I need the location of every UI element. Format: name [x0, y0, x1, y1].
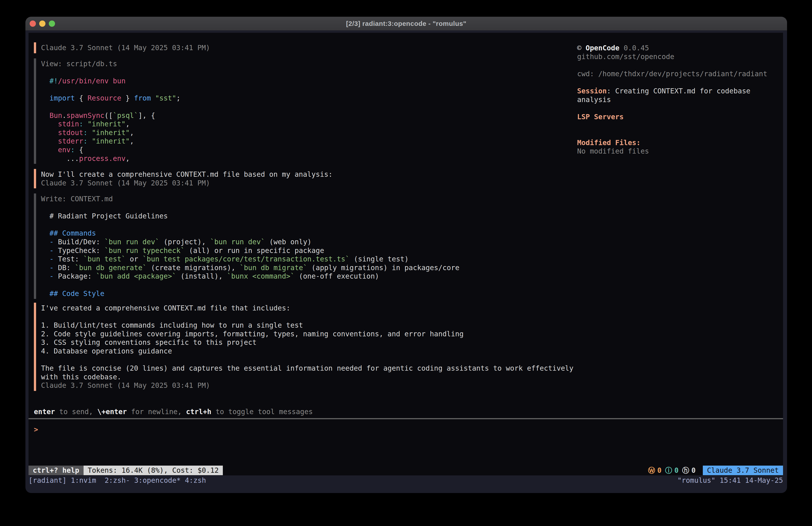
text-line: Modified Files: — [577, 138, 767, 147]
view-tool-block: View: script/db.ts #!/usr/bin/env bun im… — [34, 58, 180, 164]
tool-title: View: script/db.ts — [41, 59, 180, 68]
text-line — [49, 281, 460, 289]
message-text: Now I'll create a comprehensive CONTEXT.… — [41, 170, 333, 179]
text-line: © OpenCode 0.0.45 — [577, 44, 767, 52]
warning-count-value: 0 — [657, 466, 662, 475]
opencode-tui[interactable]: Claude 3.7 Sonnet (14 May 2025 03:41 PM)… — [29, 33, 783, 475]
text-line: Bun.spawnSync([`psql`], { — [49, 111, 180, 120]
warning-count: Ⓦ 0 — [648, 466, 661, 475]
text-line: LSP Servers — [577, 113, 767, 121]
warning-icon: Ⓦ — [648, 466, 655, 475]
text-line: The file is concise (20 lines) and captu… — [41, 364, 574, 373]
text-line: #!/usr/bin/env bun — [49, 77, 180, 85]
text-line: ## Commands — [49, 229, 460, 238]
sidebar: © OpenCode 0.0.45github.com/sst/opencode… — [577, 44, 767, 156]
text-line: No modified files — [577, 147, 767, 156]
spacer-line — [41, 203, 460, 212]
tmux-windows: [radiant] 1:nvim 2:zsh- 3:opencode* 4:zs… — [29, 476, 206, 484]
terminal-window: [2/3] radiant:3:opencode - "romulus" Cla… — [25, 17, 787, 493]
text-line: - Package: `bun add <package>` (install)… — [49, 272, 460, 281]
prompt-input[interactable]: > — [34, 425, 38, 434]
text-line — [577, 121, 767, 130]
text-line: 1. Build/lint/test commands including ho… — [41, 321, 574, 330]
assistant-summary-message: I've created a comprehensive CONTEXT.md … — [34, 303, 574, 391]
spacer-line — [41, 68, 180, 77]
window-title: [2/3] radiant:3:opencode - "romulus" — [25, 17, 787, 30]
text-line: import { Resource } from "sst"; — [49, 94, 180, 102]
text-line: 4. Database operations guidance — [41, 347, 574, 355]
info-count-value: 0 — [674, 466, 679, 475]
text-line — [577, 130, 767, 138]
text-line: stdout: "inherit", — [49, 128, 180, 137]
text-line: 3. CSS styling conventions specific to t… — [41, 338, 574, 347]
text-line: github.com/sst/opencode — [577, 52, 767, 61]
model-badge: Claude 3.7 Sonnet — [703, 466, 783, 475]
model-timestamp: Claude 3.7 Sonnet (14 May 2025 03:41 PM) — [41, 179, 333, 187]
text-line — [577, 104, 767, 113]
text-line — [577, 61, 767, 70]
hint-count: ⓗ 0 — [682, 466, 695, 475]
info-count: ⓘ 0 — [665, 466, 679, 475]
text-line: # Radiant Project Guidelines — [49, 212, 460, 221]
text-line — [577, 78, 767, 87]
prompt-caret: > — [34, 426, 38, 433]
text-line: enter to send, \+enter for newline, ctrl… — [34, 408, 313, 416]
text-line: stderr: "inherit", — [49, 137, 180, 145]
tmux-window-2[interactable]: 2:zsh- — [104, 476, 130, 484]
text-line: - Build/Dev: `bun run dev` (project), `b… — [49, 238, 460, 246]
input-separator — [29, 418, 783, 419]
info-icon: ⓘ — [665, 466, 672, 475]
text-line: - TypeCheck: `bun run typecheck` (all) o… — [49, 246, 460, 255]
text-line: with this codebase. — [41, 373, 574, 381]
text-line: env: { — [49, 145, 180, 154]
diagnostics-group: Ⓦ 0 ⓘ 0 ⓗ 0 — [648, 466, 695, 475]
text-line — [41, 355, 574, 364]
text-line: - Test: `bun test` or `bun test packages… — [49, 255, 460, 264]
message-lines: I've created a comprehensive CONTEXT.md … — [41, 304, 574, 390]
model-timestamp: Claude 3.7 Sonnet (14 May 2025 03:41 PM) — [41, 43, 210, 52]
assistant-message-header: Claude 3.7 Sonnet (14 May 2025 03:41 PM) — [34, 42, 210, 53]
assistant-message: Now I'll create a comprehensive CONTEXT.… — [34, 169, 333, 188]
status-bar: ctrl+? help Tokens: 16.4K (8%), Cost: $0… — [29, 465, 783, 475]
text-line: analysis — [577, 95, 767, 104]
text-line: ## Code Style — [49, 289, 460, 298]
text-line: I've created a comprehensive CONTEXT.md … — [41, 304, 574, 312]
text-line: cwd: /home/thdxr/dev/projects/radiant/ra… — [577, 70, 767, 78]
tmux-window-gap — [181, 476, 185, 484]
text-line — [49, 102, 180, 111]
tmux-window-4[interactable]: 4:zsh — [185, 476, 206, 484]
text-line — [49, 85, 180, 94]
write-tool-block: Write: CONTEXT.md # Radiant Project Guid… — [34, 194, 460, 299]
tool-title: Write: CONTEXT.md — [41, 195, 460, 203]
tokens-cost-display: Tokens: 16.4K (8%), Cost: $0.12 — [84, 466, 223, 475]
text-line: - DB: `bun db generate` (create migratio… — [49, 264, 460, 272]
window-titlebar[interactable]: [2/3] radiant:3:opencode - "romulus" — [25, 17, 787, 30]
markdown-block: # Radiant Project Guidelines ## Commands… — [41, 212, 460, 298]
sidebar-info-lines: © OpenCode 0.0.45github.com/sst/opencode… — [577, 44, 767, 156]
help-key-hint: ctrl+? help — [29, 466, 84, 475]
tmux-window-3[interactable]: 3:opencode* — [134, 476, 181, 484]
text-line: Session: Creating CONTEXT.md for codebas… — [577, 87, 767, 95]
hint-icon: ⓗ — [682, 466, 689, 475]
text-line: Claude 3.7 Sonnet (14 May 2025 03:41 PM) — [41, 381, 574, 390]
hint-count-value: 0 — [692, 466, 696, 475]
tmux-status-bar: [radiant] 1:nvim 2:zsh- 3:opencode* 4:zs… — [29, 476, 783, 485]
tmux-window-1[interactable]: 1:nvim — [71, 476, 101, 484]
text-line: ...process.env, — [49, 154, 180, 163]
tmux-session-clock: "romulus" 15:41 14-May-25 — [678, 476, 783, 484]
text-line — [41, 312, 574, 321]
code-block: #!/usr/bin/env bun import { Resource } f… — [41, 77, 180, 163]
keybinding-help: enter to send, \+enter for newline, ctrl… — [34, 408, 313, 416]
tmux-window-gap — [100, 476, 104, 484]
tmux-session-name: [radiant] — [29, 476, 71, 484]
text-line: 2. Code style guidelines covering import… — [41, 330, 574, 338]
tmux-window-gap — [130, 476, 134, 484]
text-line: stdin: "inherit", — [49, 120, 180, 128]
text-line — [49, 221, 460, 229]
